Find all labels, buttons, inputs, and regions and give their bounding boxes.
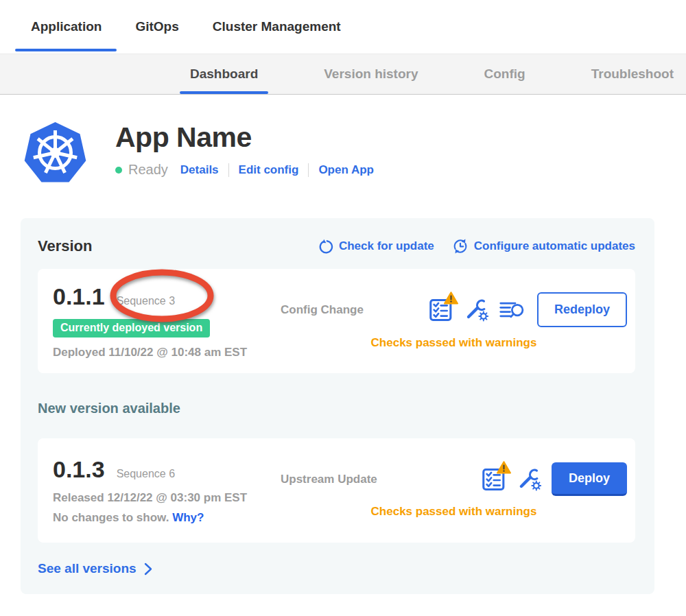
next-version-actions: Deploy bbox=[482, 462, 627, 496]
preflight-checks-button[interactable] bbox=[429, 298, 453, 322]
current-version-actions: Redeploy bbox=[429, 292, 627, 327]
details-link[interactable]: Details bbox=[180, 163, 219, 177]
currently-deployed-badge: Currently deployed version bbox=[53, 319, 210, 337]
primary-nav: Application GitOps Cluster Management bbox=[0, 0, 686, 54]
scheduled-refresh-icon bbox=[452, 238, 469, 254]
tab-cluster-management[interactable]: Cluster Management bbox=[213, 0, 341, 54]
app-header-text: App Name Ready Details Edit config Open … bbox=[115, 120, 374, 178]
current-version-info: 0.1.1 Sequence 3 Currently deployed vers… bbox=[53, 283, 281, 359]
tab-application[interactable]: Application bbox=[31, 0, 102, 54]
open-app-link[interactable]: Open App bbox=[318, 163, 374, 177]
current-version-number: 0.1.1 bbox=[53, 283, 105, 310]
chevron-right-icon bbox=[144, 562, 152, 576]
version-card-title: Version bbox=[38, 237, 92, 255]
next-version-info: 0.1.3 Sequence 6 Released 12/12/22 @ 03:… bbox=[53, 456, 281, 525]
status-dot bbox=[115, 167, 122, 174]
tab-version-history[interactable]: Version history bbox=[324, 54, 418, 94]
preflight-checks-button[interactable] bbox=[482, 467, 506, 492]
current-version-row: 0.1.1 Sequence 3 Currently deployed vers… bbox=[38, 269, 635, 373]
diff-search-icon bbox=[499, 300, 525, 320]
app-name-title: App Name bbox=[115, 121, 374, 154]
version-card: Version Check for update Configure autom… bbox=[21, 218, 654, 594]
separator bbox=[228, 163, 229, 177]
separator bbox=[308, 163, 309, 177]
warning-triangle-icon bbox=[444, 292, 458, 305]
tab-dashboard[interactable]: Dashboard bbox=[190, 54, 258, 94]
current-version-status: Config Change bbox=[281, 292, 627, 350]
current-version-source: Config Change bbox=[281, 303, 364, 317]
tab-troubleshoot[interactable]: Troubleshoot bbox=[591, 54, 674, 94]
configure-automatic-updates-label: Configure automatic updates bbox=[474, 239, 635, 253]
warning-triangle-icon bbox=[497, 461, 511, 474]
no-changes-note: No changes to show. Why? bbox=[53, 511, 281, 525]
status-text: Ready bbox=[128, 162, 168, 178]
edit-config-icon-button[interactable] bbox=[517, 468, 541, 491]
next-version-status-top: Upstream Update bbox=[281, 462, 627, 496]
check-for-update-link[interactable]: Check for update bbox=[318, 238, 434, 254]
next-version-line: 0.1.3 Sequence 6 bbox=[53, 456, 175, 483]
configure-automatic-updates-link[interactable]: Configure automatic updates bbox=[452, 238, 635, 254]
deployed-timestamp: Deployed 11/10/22 @ 10:48 am EST bbox=[53, 346, 281, 359]
edit-config-link[interactable]: Edit config bbox=[239, 163, 299, 177]
wrench-gear-icon bbox=[517, 468, 541, 491]
redeploy-button[interactable]: Redeploy bbox=[537, 292, 627, 327]
kubernetes-logo bbox=[23, 120, 88, 185]
next-version-number: 0.1.3 bbox=[53, 456, 105, 483]
deploy-button[interactable]: Deploy bbox=[552, 462, 627, 496]
next-version-row: 0.1.3 Sequence 6 Released 12/12/22 @ 03:… bbox=[38, 438, 635, 543]
tab-config[interactable]: Config bbox=[484, 54, 525, 94]
app-header: App Name Ready Details Edit config Open … bbox=[0, 95, 686, 185]
new-version-available-heading: New version available bbox=[38, 401, 635, 416]
tab-gitops[interactable]: GitOps bbox=[135, 0, 178, 54]
refresh-icon bbox=[318, 239, 333, 254]
next-version-status: Upstream Update bbox=[281, 462, 627, 519]
app-subnav: Dashboard Version history Config Trouble… bbox=[0, 54, 686, 95]
current-version-status-top: Config Change bbox=[281, 292, 627, 327]
next-version-sequence: Sequence 6 bbox=[117, 468, 175, 480]
wrench-gear-icon bbox=[464, 298, 488, 322]
why-link[interactable]: Why? bbox=[172, 511, 204, 524]
check-for-update-label: Check for update bbox=[339, 239, 434, 253]
next-version-checks-status: Checks passed with warnings bbox=[281, 505, 627, 519]
next-version-source: Upstream Update bbox=[281, 473, 377, 486]
edit-config-icon-button[interactable] bbox=[464, 298, 488, 322]
view-diff-icon-button[interactable] bbox=[499, 300, 525, 320]
no-changes-text: No changes to show. bbox=[53, 511, 169, 524]
current-version-line: 0.1.1 Sequence 3 bbox=[53, 283, 175, 310]
see-all-versions-link[interactable]: See all versions bbox=[38, 561, 152, 576]
version-card-header: Version Check for update Configure autom… bbox=[38, 237, 635, 255]
released-timestamp: Released 12/12/22 @ 03:30 pm EST bbox=[53, 491, 281, 505]
current-version-sequence: Sequence 3 bbox=[117, 295, 175, 307]
current-version-checks-status: Checks passed with warnings bbox=[281, 336, 627, 350]
see-all-versions-label: See all versions bbox=[38, 561, 137, 576]
version-card-links: Check for update Configure automatic upd… bbox=[318, 238, 635, 254]
app-status-row: Ready Details Edit config Open App bbox=[115, 162, 374, 178]
